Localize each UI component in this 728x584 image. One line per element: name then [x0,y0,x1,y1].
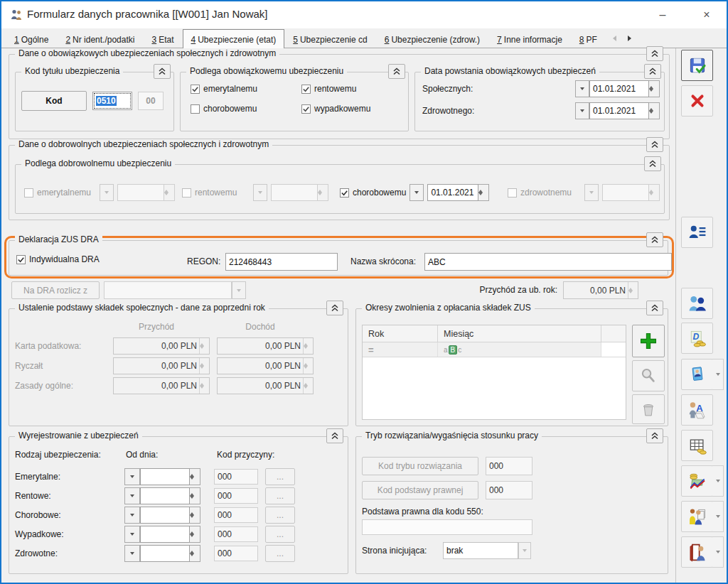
employee-record-button[interactable] [681,217,713,248]
collapse-button[interactable] [326,301,343,315]
checkbox-chorobowemu[interactable]: chorobowemu [191,104,257,114]
collapse-button[interactable] [646,137,663,152]
employee-photo-button[interactable] [681,359,713,390]
spinner[interactable] [649,102,660,119]
checkbox-wypadkowemu[interactable]: wypadkowemu [301,104,370,114]
dropdown-arrow-icon[interactable] [575,102,589,119]
collapse-button[interactable] [644,64,661,79]
tab-pf[interactable]: 8PF [571,31,606,48]
employees-list-button[interactable] [681,288,713,319]
checkbox-box[interactable] [340,188,349,198]
short-name-input[interactable]: ABC [424,253,672,271]
checkbox-box[interactable] [16,255,26,264]
collapse-button[interactable] [646,301,663,315]
checkbox-indywidualna-dra[interactable]: Indywidualna DRA [16,254,100,264]
cancel-button[interactable] [681,85,713,117]
dropdown-arrow-icon[interactable] [124,487,140,504]
date-input[interactable]: 01.01.2021 [589,102,649,119]
filter-abc-icon[interactable]: aBc [438,342,601,357]
spolecznych-date-picker[interactable]: 01.01.2021 [575,80,660,97]
group-title: Okresy zwolnienia z opłacania składek ZU… [362,303,535,313]
podstawa-550-input[interactable] [362,519,532,535]
collapse-button[interactable] [388,64,405,79]
checkbox-emerytalnemu[interactable]: emerytalnemu [191,84,257,94]
dropdown-arrow-icon[interactable] [124,526,140,543]
minimize-button[interactable]: – [650,5,675,24]
checkbox-box[interactable] [301,85,311,94]
date-input[interactable]: 01.01.2021 [589,80,649,97]
spinner[interactable] [649,80,660,97]
voluntary-chorobowemu[interactable]: chorobowemu 01.01.2021 [340,184,489,201]
tab-ubezpieczenie-cd[interactable]: 5Ubezpieczenie cd [284,31,375,48]
check-icon [191,85,199,93]
spinner[interactable] [190,487,200,504]
employee-documents-dropdown[interactable] [712,501,724,532]
payments-chart-dropdown[interactable] [712,465,724,497]
chorobowe-date-input[interactable] [140,507,190,524]
spinner[interactable] [190,545,200,562]
tab-scroll-left-icon[interactable] [613,36,616,41]
tab-ubezpieczenie-etat[interactable]: 4Ubezpieczenie (etat) [183,29,285,48]
checkbox-box[interactable] [301,104,311,114]
add-row-button[interactable] [632,325,665,357]
close-button[interactable]: × [694,5,719,24]
dropdown-arrow-icon[interactable] [124,545,140,562]
tab-ubezpieczenie-zdrow[interactable]: 6Ubezpieczenie (zdrow.) [376,31,488,48]
spinner[interactable] [190,507,200,524]
exit-dropdown[interactable] [712,536,724,568]
insurance-code-extension-input[interactable]: 00 [138,92,164,110]
payments-chart-button[interactable] [681,465,713,497]
table-body-empty[interactable] [363,357,626,419]
kod-button[interactable]: Kod [21,91,87,111]
spinner[interactable] [190,468,200,485]
insurance-code-input[interactable]: 0510 [92,92,132,110]
wypadkowe-date-input[interactable] [140,526,190,543]
window-title: Formularz danych pracownika [[W001] Jan … [27,8,267,20]
checkbox-rentowemu[interactable]: rentowemu [301,84,356,94]
rentowe-date-input[interactable] [140,487,190,504]
date-input[interactable]: 01.01.2021 [427,184,478,201]
delete-row-button [632,394,665,424]
dropdown-arrow-icon[interactable] [124,468,140,485]
collapse-button[interactable] [644,156,661,171]
schedule-grid-button[interactable] [681,430,713,461]
employee-photo-dropdown[interactable] [712,359,724,390]
checkbox-box[interactable] [191,85,200,94]
tab-ogolne[interactable]: 1Ogólne [6,31,57,48]
spolecznych-label: Społecznych: [422,84,473,94]
group-deregistration: Wyrejestrowanie z ubezpieczeń Rodzaj ube… [9,436,348,574]
collapse-button[interactable] [646,46,663,61]
save-button[interactable] [681,50,713,81]
spinner[interactable] [478,184,489,201]
dropdown-arrow-icon [716,551,720,553]
dropdown-arrow-icon[interactable] [410,184,424,201]
collapse-button[interactable] [646,428,663,443]
collapse-button[interactable] [154,64,171,79]
zdrowotnego-date-picker[interactable]: 01.01.2021 [575,102,660,119]
spinner[interactable] [190,526,200,543]
zdrowotne-date-input[interactable] [140,545,190,562]
checkbox-box[interactable] [508,188,517,198]
dropdown-arrow-icon[interactable] [575,80,589,97]
checkbox-box[interactable] [24,188,33,198]
tab-scroll-right-icon[interactable] [628,36,631,41]
tab-inne-informacje[interactable]: 7Inne informacje [488,31,571,48]
emerytalne-date-input[interactable] [140,468,190,485]
column-header-miesiac[interactable]: Miesiąc [438,325,601,342]
tab-nr-ident-podatki[interactable]: 2Nr ident./podatki [57,31,143,48]
exit-button[interactable] [681,536,713,568]
column-header-rok[interactable]: Rok [363,325,438,342]
collapse-button[interactable] [326,428,343,443]
declarations-button[interactable]: D [681,323,713,354]
strona-inicjujaca-label: Strona inicjująca: [362,546,427,556]
dropdown-arrow-icon[interactable] [124,507,140,524]
tab-etat[interactable]: 3Etat [143,31,182,48]
checkbox-box[interactable] [191,104,200,114]
regon-input[interactable]: 212468443 [225,253,338,271]
group-title: Data powstania obowiązkowych ubezpieczeń [421,66,599,76]
employee-documents-button[interactable] [681,501,713,532]
employee-dictionary-button[interactable]: A [681,394,713,426]
filter-equals-icon[interactable]: = [363,342,438,357]
checkbox-box[interactable] [182,188,191,198]
collapse-button[interactable] [646,232,663,247]
